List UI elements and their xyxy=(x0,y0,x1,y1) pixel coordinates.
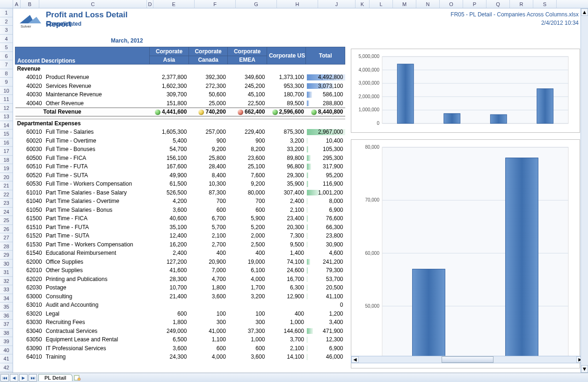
row-header-42[interactable]: 42 xyxy=(0,363,13,372)
file-name: FR05 - PL Detail - Companies Across Colu… xyxy=(450,10,579,19)
row-header-24[interactable]: 24 xyxy=(0,208,13,216)
vertical-scrollbar[interactable]: ▲ ▼ xyxy=(581,8,588,373)
row-header-10[interactable]: 10 xyxy=(0,86,13,95)
row-header-25[interactable]: 25 xyxy=(0,216,13,225)
table-row: 63090IT Professional Services3,600600600… xyxy=(15,344,345,353)
row-header-19[interactable]: 19 xyxy=(0,164,13,173)
row-header-14[interactable]: 14 xyxy=(0,121,13,130)
row-header-37[interactable]: 37 xyxy=(0,320,13,329)
table-row: 60500Full Time - FICA156,10025,80023,600… xyxy=(15,154,345,163)
col-header-F[interactable]: F xyxy=(195,0,236,8)
scroll-down-icon[interactable]: ▼ xyxy=(581,365,588,373)
hscroll-track[interactable] xyxy=(359,356,576,363)
table-row: 61510Part Time - FUTA35,1005,7005,20020,… xyxy=(15,223,345,232)
row-header-27[interactable]: 27 xyxy=(0,233,13,242)
col-header-C[interactable]: C xyxy=(39,0,147,8)
row-header-20[interactable]: 20 xyxy=(0,173,13,182)
row-header-3[interactable]: 3 xyxy=(0,26,13,35)
row-header-30[interactable]: 30 xyxy=(0,259,13,268)
col-header-B[interactable]: B xyxy=(21,0,39,8)
row-header-4[interactable]: 4 xyxy=(0,35,13,43)
report-subtitle: Consolidated xyxy=(46,21,81,27)
vscroll-track[interactable] xyxy=(581,16,588,365)
row-header-32[interactable]: 32 xyxy=(0,277,13,286)
col-header-K[interactable]: K xyxy=(356,0,370,8)
table-row: 62030Postage10,7001,8001,7006,30020,500 xyxy=(15,283,345,292)
svg-text:5,000,000: 5,000,000 xyxy=(359,54,380,59)
scroll-left-icon[interactable]: ◄ xyxy=(351,356,359,363)
svg-rect-31 xyxy=(413,269,445,359)
scroll-up-icon[interactable]: ▲ xyxy=(581,8,588,16)
col-header-H[interactable]: H xyxy=(277,0,318,8)
row-header-39[interactable]: 39 xyxy=(0,337,13,346)
row-header-33[interactable]: 33 xyxy=(0,285,13,294)
row-header-22[interactable]: 22 xyxy=(0,190,13,199)
col-header-L[interactable]: L xyxy=(370,0,393,8)
row-header-34[interactable]: 34 xyxy=(0,294,13,303)
row-header-18[interactable]: 18 xyxy=(0,156,13,165)
row-header-13[interactable]: 13 xyxy=(0,112,13,121)
svg-text:60,000: 60,000 xyxy=(365,251,379,256)
table-row: 63000Consulting21,4003,6003,20012,90041,… xyxy=(15,292,345,301)
row-header-5[interactable]: 5 xyxy=(0,43,13,52)
row-header-31[interactable]: 31 xyxy=(0,268,13,277)
col-header-O[interactable]: O xyxy=(440,0,463,8)
row-header-12[interactable]: 12 xyxy=(0,104,13,113)
new-sheet-icon[interactable] xyxy=(73,375,82,381)
row-header-8[interactable]: 8 xyxy=(0,69,13,78)
row-header-7[interactable]: 7 xyxy=(0,60,13,69)
svg-text:0: 0 xyxy=(377,121,379,126)
row-header-29[interactable]: 29 xyxy=(0,251,13,259)
table-row: 62000Office Supplies127,20020,90019,0007… xyxy=(15,258,345,267)
col-header-M[interactable]: M xyxy=(393,0,416,8)
row-header-15[interactable]: 15 xyxy=(0,130,13,138)
row-header-41[interactable]: 41 xyxy=(0,354,13,363)
sheet-tab-pl-detail[interactable]: PL Detail xyxy=(38,374,73,381)
secondary-chart[interactable]: 40,00050,00060,00070,00080,000 xyxy=(351,139,580,368)
tab-nav-next-icon[interactable]: ► xyxy=(19,374,28,382)
row-header-11[interactable]: 11 xyxy=(0,95,13,104)
tab-nav-last-icon[interactable]: ⏭ xyxy=(29,374,37,382)
revenue-by-company-chart[interactable]: 01,000,0002,000,0003,000,0004,000,0005,0… xyxy=(351,49,580,133)
svg-point-34 xyxy=(78,378,80,381)
worksheet-area[interactable]: Solver Profit and Loss Detail Report Con… xyxy=(13,8,588,373)
col-header-S[interactable]: S xyxy=(533,0,557,8)
row-header-16[interactable]: 16 xyxy=(0,138,13,147)
tab-nav-first-icon[interactable]: ⏮ xyxy=(0,374,9,382)
row-header-9[interactable]: 9 xyxy=(0,78,13,86)
status-dot-icon xyxy=(272,109,278,115)
tab-nav-prev-icon[interactable]: ◄ xyxy=(10,374,18,382)
row-header-36[interactable]: 36 xyxy=(0,311,13,320)
table-row: 61540Educational Reimbursement2,40040040… xyxy=(15,249,345,258)
row-header-21[interactable]: 21 xyxy=(0,181,13,190)
col-header-A[interactable]: A xyxy=(13,0,21,8)
spreadsheet-app: ABCDEFGHJKLMNOPQRS 123456789101112131415… xyxy=(0,0,588,382)
col-total: Total xyxy=(306,47,345,65)
col-header-P[interactable]: P xyxy=(463,0,486,8)
select-all-corner[interactable] xyxy=(0,0,13,8)
col-header-R[interactable]: R xyxy=(510,0,533,8)
col-header-G[interactable]: G xyxy=(236,0,277,8)
table-row: 61040Part Time Salaries - Overtime4,2007… xyxy=(15,197,345,206)
svg-text:70,000: 70,000 xyxy=(365,197,379,202)
col-header-E[interactable]: E xyxy=(153,0,195,8)
row-header-38[interactable]: 38 xyxy=(0,329,13,338)
row-header-2[interactable]: 2 xyxy=(0,17,13,26)
col-header-N[interactable]: N xyxy=(416,0,440,8)
row-header-26[interactable]: 26 xyxy=(0,225,13,234)
row-header-6[interactable]: 6 xyxy=(0,52,13,61)
col-header-J[interactable]: J xyxy=(318,0,356,8)
row-header-28[interactable]: 28 xyxy=(0,242,13,251)
row-header-23[interactable]: 23 xyxy=(0,199,13,208)
status-dot-icon xyxy=(238,109,243,115)
file-timestamp: 2/4/2012 10:34 xyxy=(450,19,579,27)
horizontal-scrollbar[interactable]: ◄ ► xyxy=(351,356,584,363)
row-header-1[interactable]: 1 xyxy=(0,8,13,17)
row-header-35[interactable]: 35 xyxy=(0,303,13,311)
hscroll-thumb[interactable] xyxy=(442,356,494,363)
row-header-40[interactable]: 40 xyxy=(0,346,13,355)
col-header-Q[interactable]: Q xyxy=(486,0,510,8)
row-header-17[interactable]: 17 xyxy=(0,147,13,156)
total-revenue-label: Total Revenue xyxy=(15,108,150,116)
col-header-D[interactable]: D xyxy=(147,0,153,8)
